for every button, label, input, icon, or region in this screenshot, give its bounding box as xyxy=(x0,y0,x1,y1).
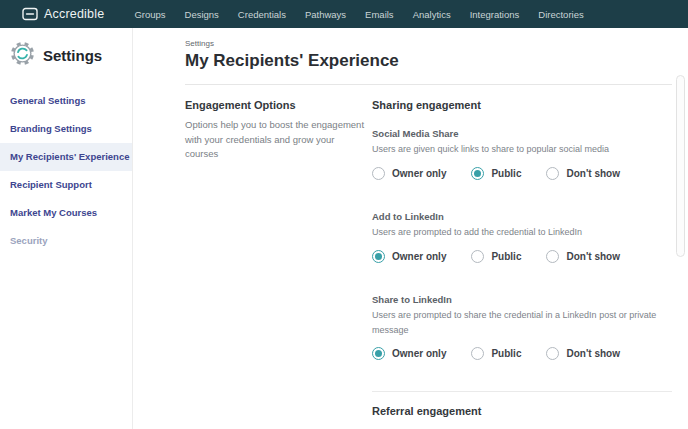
radio-group: Owner only Public Don't show xyxy=(372,167,672,180)
radio-option-don-t-show[interactable]: Don't show xyxy=(546,250,619,263)
sidebar-item-general-settings[interactable]: General Settings xyxy=(0,87,132,115)
radio-option-public[interactable]: Public xyxy=(471,167,521,180)
settings-gear-icon xyxy=(9,40,36,71)
nav-item-analytics[interactable]: Analytics xyxy=(413,9,451,20)
sidebar-item-security[interactable]: Security xyxy=(0,227,132,255)
settings-section: Referral engagement Refer a friend Users… xyxy=(372,391,672,429)
main-content: Settings My Recipients' Experience Engag… xyxy=(134,28,688,429)
sidebar-header: Settings xyxy=(0,36,132,87)
radio-option-public[interactable]: Public xyxy=(471,250,521,263)
radio-option-owner-only[interactable]: Owner only xyxy=(372,250,446,263)
top-nav-items: GroupsDesignsCredentialsPathwaysEmailsAn… xyxy=(134,9,583,20)
sidebar-item-market-my-courses[interactable]: Market My Courses xyxy=(0,199,132,227)
settings-sections: Sharing engagement Social Media Share Us… xyxy=(372,99,672,429)
radio-group: Owner only Public Don't show xyxy=(372,250,672,263)
setting-group-share-to-linkedin: Share to LinkedIn Users are prompted to … xyxy=(372,294,672,361)
brand-logo[interactable]: Accredible xyxy=(22,7,104,21)
engagement-options-column: Engagement Options Options help you to b… xyxy=(185,99,372,429)
nav-item-designs[interactable]: Designs xyxy=(185,9,219,20)
sidebar-nav: General SettingsBranding SettingsMy Reci… xyxy=(0,87,132,255)
engagement-options-description: Options help you to boost the engagement… xyxy=(185,118,367,162)
nav-item-directories[interactable]: Directories xyxy=(538,9,583,20)
radio-button-icon[interactable] xyxy=(546,250,559,263)
settings-section: Sharing engagement Social Media Share Us… xyxy=(372,99,672,360)
accredible-logo-icon xyxy=(22,7,38,21)
radio-button-icon[interactable] xyxy=(471,167,484,180)
nav-item-pathways[interactable]: Pathways xyxy=(305,9,346,20)
setting-group-social-media-share: Social Media Share Users are given quick… xyxy=(372,128,672,180)
section-heading: Sharing engagement xyxy=(372,99,672,111)
radio-option-don-t-show[interactable]: Don't show xyxy=(546,347,619,360)
setting-group-title: Share to LinkedIn xyxy=(372,294,672,305)
radio-button-icon[interactable] xyxy=(372,347,385,360)
top-nav: Accredible GroupsDesignsCredentialsPathw… xyxy=(0,0,688,28)
setting-group-description: Users are given quick links to share to … xyxy=(372,142,682,157)
radio-button-icon[interactable] xyxy=(471,250,484,263)
section-heading: Referral engagement xyxy=(372,405,672,417)
scrollbar-thumb[interactable] xyxy=(676,75,685,257)
radio-button-icon[interactable] xyxy=(372,167,385,180)
nav-item-groups[interactable]: Groups xyxy=(134,9,165,20)
settings-sidebar: Settings General SettingsBranding Settin… xyxy=(0,28,133,429)
radio-button-icon[interactable] xyxy=(546,167,559,180)
nav-item-credentials[interactable]: Credentials xyxy=(238,9,286,20)
radio-button-icon[interactable] xyxy=(471,347,484,360)
title-divider xyxy=(185,84,672,85)
engagement-options-heading: Engagement Options xyxy=(185,99,372,111)
breadcrumb: Settings xyxy=(185,39,670,48)
sidebar-item-branding-settings[interactable]: Branding Settings xyxy=(0,115,132,143)
nav-item-integrations[interactable]: Integrations xyxy=(470,9,520,20)
sidebar-item-recipient-support[interactable]: Recipient Support xyxy=(0,171,132,199)
radio-option-owner-only[interactable]: Owner only xyxy=(372,347,446,360)
radio-option-public[interactable]: Public xyxy=(471,347,521,360)
sidebar-title: Settings xyxy=(43,47,102,64)
setting-group-description: Users are prompted to share the credenti… xyxy=(372,308,682,338)
radio-button-icon[interactable] xyxy=(546,347,559,360)
page-title: My Recipients' Experience xyxy=(185,51,670,71)
brand-name: Accredible xyxy=(44,7,104,21)
setting-group-title: Social Media Share xyxy=(372,128,672,139)
radio-option-owner-only[interactable]: Owner only xyxy=(372,167,446,180)
nav-item-emails[interactable]: Emails xyxy=(365,9,394,20)
sidebar-item-my-recipients-experience[interactable]: My Recipients' Experience xyxy=(0,143,132,171)
radio-button-icon[interactable] xyxy=(372,250,385,263)
setting-group-description: Users are prompted to add the credential… xyxy=(372,225,682,240)
radio-group: Owner only Public Don't show xyxy=(372,347,672,360)
setting-group-title: Add to LinkedIn xyxy=(372,211,672,222)
setting-group-add-to-linkedin: Add to LinkedIn Users are prompted to ad… xyxy=(372,211,672,263)
radio-option-don-t-show[interactable]: Don't show xyxy=(546,167,619,180)
